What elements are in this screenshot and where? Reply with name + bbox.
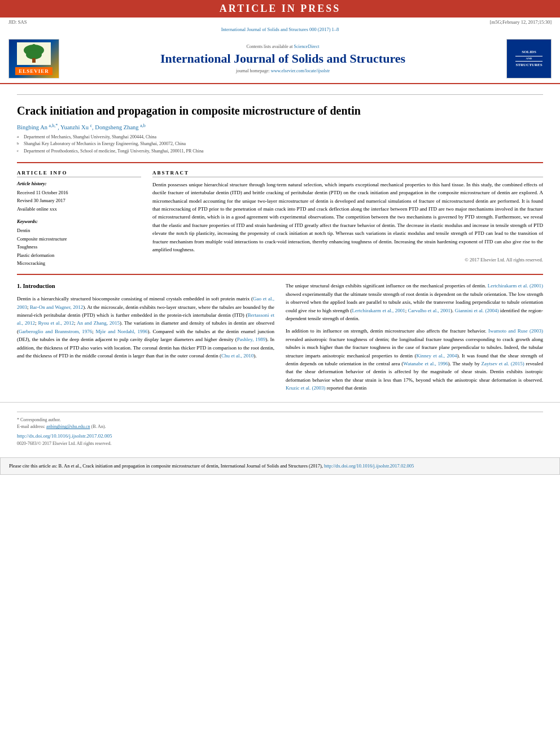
solids-structures-logo: SOLIDS AND STRUCTURES: [506, 39, 552, 78]
abstract-col: ABSTRACT Dentin possesses unique hierarc…: [152, 170, 543, 268]
intro-col-left: 1. Introduction Dentin is a hierarchical…: [17, 282, 274, 396]
intro-para-right-2: In addition to its influence on strength…: [286, 327, 543, 392]
email-link[interactable]: anbingbing@shu.edu.cn: [46, 424, 90, 429]
jid-text: JID: SAS: [8, 19, 27, 25]
ref-giannini[interactable]: Giannini et al. (2004): [455, 308, 499, 313]
and-text: and: [17, 353, 24, 359]
journal-homepage: journal homepage: www.elsevier.com/locat…: [71, 68, 495, 73]
homepage-url[interactable]: www.elsevier.com/locate/ijsolstr: [271, 68, 330, 73]
journal-link[interactable]: International Journal of Solids and Stru…: [221, 27, 339, 32]
top-meta: JID: SAS [m5G;February 12, 2017;15:30]: [0, 18, 560, 27]
keywords-list: Dentin Composite microstructure Toughnes…: [17, 226, 141, 267]
ref-iwamoto[interactable]: Iwamoto and Ruse (2003): [488, 328, 543, 334]
contents-line: Contents lists available at ScienceDirec…: [71, 44, 495, 49]
ref-carvalho[interactable]: Carvalho et al., 2001: [408, 308, 451, 313]
section-divider-2: [17, 274, 543, 275]
main-content: Crack initiation and propagation in comp…: [0, 84, 560, 402]
ref-baron[interactable]: Bar-On and Wagner, 2012: [30, 304, 83, 310]
footnote-section: * Corresponding author. E-mail address: …: [0, 402, 560, 452]
journal-title: International Journal of Solids and Stru…: [71, 51, 495, 66]
affiliations: aDepartment of Mechanics, Shanghai Unive…: [17, 134, 543, 155]
author-bingbing: Bingbing An a,b,*: [17, 124, 58, 130]
ref-zaytsev[interactable]: Zaytsev et al. (2015): [481, 361, 524, 366]
received-text: Received 11 October 2016 Revised 30 Janu…: [17, 189, 141, 213]
section1-title: 1. Introduction: [17, 282, 274, 291]
introduction-section: 1. Introduction Dentin is a hierarchical…: [17, 282, 543, 396]
svg-rect-3: [32, 58, 36, 63]
ref-ryou[interactable]: Ryou et al., 2012: [38, 320, 74, 326]
email-note: E-mail address: anbingbing@shu.edu.cn (B…: [17, 423, 543, 430]
ref-kruzic[interactable]: Kruzic et al. (2003): [286, 385, 325, 391]
copyright-line: © 2017 Elsevier Ltd. All rights reserved…: [152, 257, 543, 263]
elsevier-logo: ELSEVIER: [8, 39, 59, 78]
ref-lert2[interactable]: Lertchirakarm et al., 2001: [352, 308, 405, 313]
svg-point-2: [26, 50, 42, 59]
intro-col-right: The unique structural design exhibits si…: [286, 282, 543, 396]
citation-doi[interactable]: http://dx.doi.org/10.1016/j.ijsolstr.201…: [324, 463, 414, 469]
citation-bar: Please cite this article as: B. An et al…: [0, 457, 560, 475]
article-title: Crack initiation and propagation in comp…: [17, 103, 543, 118]
corresponding-note: * Corresponding author.: [17, 417, 543, 423]
ref-watanabe[interactable]: Watanabe et al., 1996: [403, 361, 448, 366]
ref-chu[interactable]: Chu et al., 2010: [221, 353, 253, 359]
date-meta: [m5G;February 12, 2017;15:30]: [490, 19, 552, 25]
ref-lert[interactable]: Lertchirakarm et al. (2001): [488, 283, 543, 289]
abstract-heading: ABSTRACT: [152, 170, 543, 177]
journal-header: ELSEVIER Contents lists available at Sci…: [0, 34, 560, 84]
svg-point-4: [32, 44, 36, 47]
author-yuanzhi: Yuanzhi Xu c: [60, 124, 92, 130]
issn-text: 0020-7683/© 2017 Elsevier Ltd. All right…: [17, 440, 543, 447]
elsevier-text: ELSEVIER: [15, 67, 53, 75]
journal-center: Contents lists available at ScienceDirec…: [59, 44, 506, 73]
affil-b: bShanghai Key Laboratory of Mechanics in…: [17, 141, 543, 148]
authors: Bingbing An a,b,*, Yuanzhi Xu c, Dongshe…: [17, 123, 543, 130]
footnote-divider: [17, 412, 543, 412]
top-divider: [17, 94, 543, 95]
citation-prefix: Please cite this article as: B. An et al…: [9, 463, 323, 469]
affil-a: aDepartment of Mechanics, Shanghai Unive…: [17, 134, 543, 141]
ref-mjor[interactable]: Mjör and Nordahl, 1996: [96, 329, 148, 334]
ref-an[interactable]: An and Zhang, 2015: [77, 320, 120, 326]
banner-text: ARTICLE IN PRESS: [220, 3, 340, 14]
intro-para-1: Dentin is a hierarchically structured bi…: [17, 295, 274, 360]
sciencedirect-link[interactable]: ScienceDirect: [294, 44, 320, 49]
doi-link[interactable]: http://dx.doi.org/10.1016/j.ijsolstr.201…: [17, 433, 112, 439]
article-in-press-banner: ARTICLE IN PRESS: [0, 0, 560, 18]
intro-para-right-1: The unique structural design exhibits si…: [286, 282, 543, 322]
ref-pashley[interactable]: Pashley, 1989: [237, 337, 266, 342]
ref-garber[interactable]: Garberoglio and Brannstrom, 1976: [19, 329, 92, 334]
keywords-label: Keywords:: [17, 219, 141, 224]
article-info-heading: ARTICLE INFO: [17, 170, 141, 177]
author-dongsheng: Dongsheng Zhang a,b: [95, 124, 145, 130]
doi-section: http://dx.doi.org/10.1016/j.ijsolstr.201…: [17, 433, 543, 440]
abstract-text: Dentin possesses unique hierarchical str…: [152, 181, 543, 254]
ref-kinney[interactable]: Kinney et al., 2004: [416, 353, 457, 359]
history-label: Article history:: [17, 181, 141, 186]
section-divider-1: [17, 162, 543, 163]
article-info-abstract: ARTICLE INFO Article history: Received 1…: [17, 170, 543, 268]
article-info-col: ARTICLE INFO Article history: Received 1…: [17, 170, 141, 268]
affil-c: cDepartment of Prosthodontics, School of…: [17, 148, 543, 155]
